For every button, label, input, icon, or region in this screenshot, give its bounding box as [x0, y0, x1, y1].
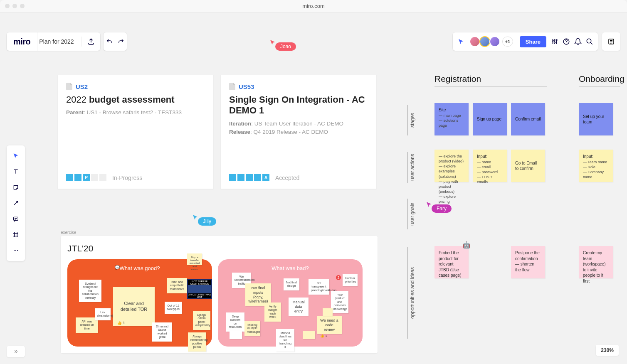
- story-title: 2022 budget assessment: [66, 94, 205, 105]
- retro-note[interactable]: Unclear priorities: [343, 274, 358, 286]
- cursor-label: Fary: [432, 204, 452, 213]
- retro-note[interactable]: Dima and Sasha worked great: [152, 322, 172, 342]
- svg-point-4: [587, 39, 591, 43]
- cursor-label: Jilly: [198, 217, 216, 226]
- sticky-note[interactable]: Confirm email: [511, 103, 545, 135]
- miro-logo[interactable]: miro: [7, 37, 37, 47]
- retro-note[interactable]: Django admin panel adaptability: [193, 311, 210, 330]
- story-card-us53[interactable]: US53 Single Sign On Integration - AC DEM…: [220, 75, 377, 189]
- canvas[interactable]: miro Plan for 2022 +1: [0, 12, 627, 364]
- count-badge: 2: [336, 275, 341, 280]
- retro-note[interactable]: [230, 331, 242, 339]
- sticky-note[interactable]: Go to Email to confirm: [511, 150, 545, 182]
- retro-note[interactable]: We need a code review: [317, 316, 342, 334]
- retro-note[interactable]: Lev (brainstorm): [95, 308, 111, 320]
- retro-note[interactable]: Kind and empathetic teammates: [167, 278, 187, 293]
- sticky-note[interactable]: Embed the product for relevant JTBD (Use…: [434, 246, 469, 278]
- progress-indicator: A: [229, 174, 269, 181]
- retro-note[interactable]: Verify budget each week: [264, 303, 281, 322]
- notifications-icon[interactable]: [572, 32, 584, 51]
- meme-image[interactable]: NOT SURE IF USER STORIES OR UX CHRISTMAS…: [187, 279, 212, 299]
- retro-note[interactable]: Clear and detailed TOR: [113, 287, 155, 326]
- collaborator-cursor-jilly: Jilly: [192, 214, 216, 226]
- retro-board[interactable]: JTL'20 What was good? Clear and detailed…: [61, 236, 378, 353]
- minimize-window-icon[interactable]: [12, 4, 17, 8]
- svg-point-0: [552, 40, 553, 41]
- collaborator-avatars[interactable]: +1: [467, 36, 517, 47]
- search-icon[interactable]: [584, 32, 595, 51]
- collaboration-group: +1 Share: [453, 32, 598, 51]
- activity-panel-icon[interactable]: [602, 32, 620, 51]
- text-tool-icon[interactable]: [7, 164, 25, 180]
- sticky-note[interactable]: Input: — Team name — Role — Company name: [579, 150, 613, 182]
- document-icon: [229, 83, 235, 90]
- sticky-note[interactable]: Set up your team: [579, 103, 613, 135]
- document-icon: [66, 83, 72, 90]
- close-window-icon[interactable]: [5, 4, 10, 8]
- retro-column-bad[interactable]: What was bad? We underestimated traffic …: [218, 259, 363, 347]
- avatar[interactable]: [469, 36, 480, 47]
- retro-note[interactable]: [323, 308, 333, 316]
- retro-note[interactable]: Missing multiple messages: [244, 321, 260, 336]
- retro-note[interactable]: Always remembering positive points: [188, 332, 206, 352]
- row-label-stages: stages: [407, 105, 415, 135]
- avatar[interactable]: [489, 36, 500, 47]
- settings-icon[interactable]: [549, 32, 560, 51]
- svg-point-2: [556, 39, 557, 41]
- retro-note[interactable]: Deep concern on resources: [226, 312, 244, 332]
- help-icon[interactable]: [560, 32, 572, 51]
- arrow-tool-icon[interactable]: [7, 195, 25, 211]
- sticky-note[interactable]: Input: — name — email — password — TOS +…: [473, 150, 507, 182]
- count-badge: 👍 1: [320, 334, 327, 338]
- story-meta: Iteration: US Team User Iteration - AC D…: [229, 120, 368, 137]
- story-id: US53: [239, 83, 254, 90]
- export-icon[interactable]: [82, 32, 100, 51]
- retro-note[interactable]: [303, 331, 315, 339]
- frame-label: exercise: [61, 230, 76, 235]
- select-tool-icon[interactable]: [7, 148, 25, 164]
- retro-note[interactable]: Not final design: [284, 278, 299, 290]
- retro-note[interactable]: Out of 12 two typos: [165, 302, 182, 314]
- retro-title: JTL'20: [67, 243, 371, 253]
- sticky-note[interactable]: Site — main page — solutions page: [434, 103, 469, 135]
- collaborator-cursor-joao: Joao: [269, 39, 296, 51]
- zoom-level[interactable]: 230%: [596, 345, 619, 356]
- sticky-note[interactable]: Sign up page: [473, 103, 507, 135]
- robot-emoji-icon: 🤖: [462, 241, 471, 249]
- retro-note[interactable]: Poor product and personas knowledge: [331, 291, 348, 313]
- frame-tool-icon[interactable]: [7, 227, 25, 243]
- board-title[interactable]: Plan for 2022: [37, 32, 81, 51]
- sticky-note-tool-icon[interactable]: [7, 180, 25, 195]
- retro-note[interactable]: Missed deadlines for launching it: [276, 329, 294, 352]
- cursor-label: Joao: [275, 42, 296, 51]
- story-id: US2: [76, 83, 88, 90]
- retro-note[interactable]: Svetand brought out the collaboration pe…: [79, 280, 101, 302]
- redo-icon[interactable]: [115, 32, 127, 51]
- avatar-overflow[interactable]: +1: [502, 37, 513, 47]
- comment-tool-icon[interactable]: [7, 211, 25, 227]
- retro-note[interactable]: Manual data entry: [289, 298, 309, 316]
- svg-point-8: [15, 250, 16, 251]
- svg-point-7: [14, 250, 15, 251]
- more-tools-icon[interactable]: [7, 243, 25, 258]
- row-label-actions: user actions: [407, 152, 415, 183]
- sticky-note[interactable]: Create my team (workspace) to invite peo…: [579, 246, 613, 278]
- expand-panel-icon[interactable]: [7, 346, 25, 357]
- board-header: miro Plan for 2022: [7, 32, 100, 51]
- sticky-note[interactable]: Postpone the confirmation — shorten the …: [511, 246, 545, 278]
- progress-indicator: P: [66, 174, 106, 181]
- undo-icon[interactable]: [104, 32, 115, 51]
- cursor-follow-icon[interactable]: [455, 32, 467, 51]
- traffic-lights: [5, 4, 25, 8]
- side-toolbar: [7, 145, 25, 261]
- retro-note[interactable]: Not transparent planning/monitoring: [309, 279, 329, 295]
- row-label-goals: user goals: [407, 199, 415, 229]
- avatar[interactable]: [479, 36, 490, 47]
- story-card-us2[interactable]: US2 2022 budget assessment Parent: US1 -…: [57, 75, 214, 189]
- retro-column-good[interactable]: What was good? Clear and detailed TOR Sv…: [67, 259, 212, 347]
- status-label: In-Progress: [112, 175, 142, 181]
- retro-note[interactable]: Align + transfer expected and comm: [187, 253, 202, 265]
- maximize-window-icon[interactable]: [20, 4, 25, 8]
- sticky-note[interactable]: — explore the product (video) — explore …: [434, 150, 469, 182]
- share-button[interactable]: Share: [520, 36, 546, 47]
